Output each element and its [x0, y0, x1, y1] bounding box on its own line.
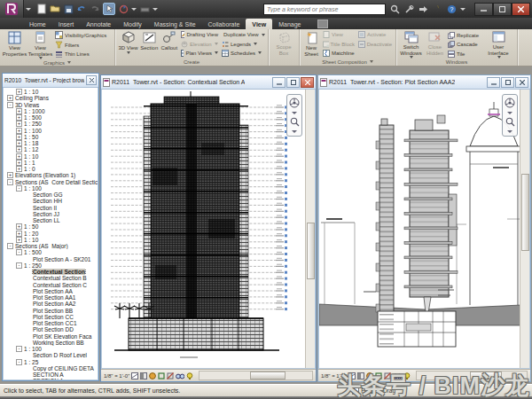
wheel-caret-icon[interactable]	[292, 112, 297, 114]
window1-vscroll-thumb[interactable]	[307, 223, 315, 279]
show-crop-region-icon[interactable]	[384, 372, 391, 379]
tree-expand-icon[interactable]	[16, 121, 22, 127]
tree-item[interactable]: Section II	[5, 205, 98, 211]
tree-item[interactable]: Section JJ	[5, 211, 98, 217]
steering-wheel-icon[interactable]	[289, 98, 300, 108]
sync-icon[interactable]	[118, 4, 129, 14]
tree-item[interactable]: 1 : 10	[5, 237, 98, 243]
tree-expand-icon[interactable]	[16, 249, 22, 255]
tree-expand-icon[interactable]	[16, 89, 22, 95]
tree-expand-icon[interactable]	[16, 114, 22, 121]
tree-item[interactable]: 1 : 10	[5, 153, 98, 160]
window2-title-bar[interactable]: R2011_Tower.rvt - Section: Plot Section …	[318, 75, 530, 90]
title-block-button[interactable]: Title Block	[323, 40, 355, 49]
close-button[interactable]	[512, 3, 530, 16]
tree-item[interactable]: 1 : 10	[5, 89, 98, 95]
ribbon-tab[interactable]: Collaborate	[202, 19, 246, 29]
detail-level-icon[interactable]	[131, 372, 138, 379]
window2-close-icon[interactable]	[515, 77, 528, 88]
tree-expand-icon[interactable]	[16, 146, 22, 153]
open-file-icon[interactable]	[50, 4, 60, 14]
shadows-icon[interactable]	[366, 372, 373, 379]
search-input[interactable]	[263, 4, 386, 15]
subscription-center-icon[interactable]	[403, 4, 414, 14]
favorites-star-icon[interactable]	[432, 4, 442, 14]
replicate-button[interactable]: Replicate	[448, 31, 483, 40]
plan-views-button[interactable]: Plan Views	[181, 49, 218, 58]
tree-expand-icon[interactable]	[16, 128, 22, 134]
zoom-caret-icon[interactable]	[292, 130, 297, 133]
window1-minimize-icon[interactable]	[272, 77, 286, 88]
tree-item[interactable]: 1 : 50	[5, 223, 98, 230]
window1-scale[interactable]: 1/8" = 1'-0"	[104, 373, 129, 379]
tree-expand-icon[interactable]	[16, 262, 22, 269]
tree-item[interactable]: Plot Section CC	[5, 314, 98, 320]
redo-icon[interactable]	[90, 4, 100, 14]
window2-drawing-canvas[interactable]	[318, 90, 530, 369]
wheel-caret-icon[interactable]	[507, 112, 512, 114]
tree-item[interactable]: Plot Section AA2	[5, 301, 98, 307]
press-drag-option[interactable]: Press & Drag	[352, 387, 395, 395]
tree-item[interactable]: 1 : 18	[5, 140, 98, 146]
tree-item[interactable]: Plot Section BB	[5, 308, 98, 314]
window2-vscroll-thumb[interactable]	[521, 174, 529, 251]
window2-restore-icon[interactable]	[501, 77, 514, 88]
tree-expand-icon[interactable]	[7, 95, 13, 101]
thin-lines-button[interactable]: Thin Lines	[55, 50, 106, 59]
application-menu-button[interactable]	[0, 0, 24, 18]
section-button[interactable]: Section	[139, 30, 159, 58]
tree-expand-icon[interactable]	[16, 108, 22, 114]
tree-item[interactable]: 3D Views	[5, 102, 98, 108]
cascade-button[interactable]: Cascade	[448, 40, 483, 49]
tree-item[interactable]: 1 : 20	[5, 231, 98, 237]
tree-expand-icon[interactable]	[16, 185, 22, 192]
tree-item[interactable]: Plot Section A - SK201	[5, 256, 98, 262]
window2-scale[interactable]: 1/8" = 1'-0"	[321, 373, 347, 379]
model-graphics-style-icon[interactable]	[357, 372, 364, 379]
tree-item[interactable]: Working Section BB	[5, 340, 98, 346]
ribbon-tab[interactable]: View	[246, 19, 272, 29]
reveal-hidden-icon[interactable]	[186, 372, 193, 379]
tree-item[interactable]: Contextual Section B	[5, 275, 98, 281]
tree-item[interactable]: Elevations (Elevation 1)	[5, 172, 98, 178]
scope-box-button[interactable]: Scope Box	[271, 30, 297, 58]
window2-vertical-scrollbar[interactable]	[520, 90, 529, 368]
tree-expand-icon[interactable]	[16, 140, 22, 146]
tree-item[interactable]: 1 : 250	[5, 262, 98, 269]
tree-expand-icon[interactable]	[16, 359, 22, 365]
modify-cursor-icon[interactable]	[103, 3, 115, 15]
show-crop-region-icon[interactable]	[167, 372, 174, 379]
crop-view-icon[interactable]	[158, 372, 165, 379]
save-icon[interactable]	[63, 4, 74, 14]
tile-button[interactable]: Tile	[448, 50, 483, 59]
callout-button[interactable]: Callout	[160, 30, 179, 58]
ribbon-tab[interactable]: Annotate	[80, 19, 117, 29]
user-interface-button[interactable]: User Interface	[485, 30, 512, 59]
schedules-button[interactable]: Schedules	[222, 49, 264, 58]
zoom-caret-icon[interactable]	[507, 130, 512, 133]
project-browser-close-icon[interactable]	[86, 75, 97, 85]
undo-icon[interactable]	[76, 4, 87, 14]
detail-level-icon[interactable]	[348, 372, 356, 379]
ribbon-tab[interactable]: Modify	[117, 19, 148, 29]
help-caret-icon[interactable]	[460, 8, 466, 11]
maximize-button[interactable]	[493, 3, 512, 16]
minimize-button[interactable]	[474, 3, 493, 16]
qat-tool-caret-icon[interactable]	[131, 8, 137, 11]
view-properties-button[interactable]: View Properties	[2, 30, 27, 59]
view-templates-button[interactable]: View Templates	[27, 30, 53, 59]
tree-expand-icon[interactable]	[16, 237, 22, 243]
tree-item[interactable]: 1 : 100	[5, 185, 98, 192]
ribbon-tab[interactable]: Manage	[272, 19, 307, 29]
tree-expand-icon[interactable]	[16, 160, 22, 166]
window1-close-icon[interactable]	[301, 77, 314, 88]
qat-overflow-caret-icon[interactable]	[153, 8, 158, 11]
window2-horizontal-scrollbar[interactable]	[416, 371, 528, 380]
new-file-icon[interactable]	[36, 4, 47, 14]
express-tools-icon[interactable]	[317, 20, 328, 28]
elevation-button[interactable]: Elevation	[181, 40, 218, 49]
tree-expand-icon[interactable]	[7, 243, 13, 249]
view-button[interactable]: View	[323, 30, 355, 39]
crop-view-icon[interactable]	[375, 372, 382, 379]
switch-windows-button[interactable]: Switch Windows	[398, 30, 424, 59]
